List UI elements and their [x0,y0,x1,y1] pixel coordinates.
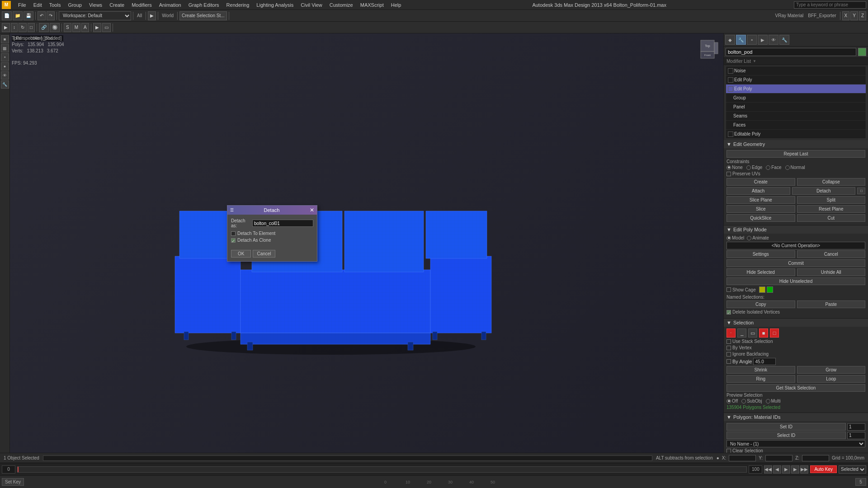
tb-select-tool[interactable]: ▶ [2,23,10,32]
tb-rotate[interactable]: ↻ [19,23,27,32]
tb-new[interactable]: 📄 [2,11,12,20]
border-mode-btn[interactable]: ▭ [748,328,757,338]
use-stack-checkbox[interactable] [726,339,731,344]
delete-isolated-row[interactable]: ✓ Delete Isolated Vertices [726,310,865,314]
play-btn[interactable]: ▶ [782,465,790,474]
rp-utility-icon[interactable]: 🔧 [779,35,789,45]
preview-subobj[interactable]: SubObj [741,399,762,404]
selected-dropdown[interactable]: Selected [839,465,866,474]
lp-utilities[interactable]: 🔧 [1,80,9,89]
search-input[interactable] [794,1,866,9]
selection-title[interactable]: ▼ Selection [724,319,868,327]
material-name-select[interactable]: No Name - (1) [726,440,865,447]
preview-multi-radio[interactable] [766,399,770,404]
tb-create-selection[interactable]: Create Selection St... [179,11,227,20]
eg-repeat-last-btn[interactable]: Repeat Last [726,150,865,158]
prev-frame-btn[interactable]: ◀ [773,465,781,474]
modifier-editpoly-1-eye[interactable] [728,77,733,83]
cage-color-2[interactable] [767,286,773,293]
auto-key-btn[interactable]: Auto Key [810,465,837,473]
tb-z[interactable]: Z [859,11,866,20]
model-radio-btn[interactable] [726,236,731,240]
by-angle-checkbox[interactable] [726,359,731,364]
modifier-editable-poly-eye[interactable] [728,131,733,137]
detach-as-input[interactable] [252,220,313,227]
epm-unhide-btn[interactable]: Unhide All [797,268,866,276]
modifier-noise-eye[interactable] [728,68,733,74]
tb-undo[interactable]: ↶ [38,11,46,20]
detach-to-element-row[interactable]: Detach To Element [231,231,313,236]
tb-scale[interactable]: □ [28,23,35,32]
tb-save[interactable]: 💾 [24,11,33,20]
tb-open[interactable]: 📁 [13,11,23,20]
grow-btn[interactable]: Grow [797,366,866,374]
play-end-btn[interactable]: ▶▶ [800,465,808,474]
modifier-seams[interactable]: Seams [726,112,866,121]
lp-modify[interactable]: ▩ [1,44,9,52]
edit-poly-mode-title[interactable]: ▼ Edit Poly Mode [724,225,868,234]
face-mode-btn[interactable]: ■ [759,328,768,338]
eg-create-btn[interactable]: Create [726,178,795,186]
modifier-editable-poly[interactable]: Editable Poly [726,130,866,139]
menu-views[interactable]: Views [85,1,106,9]
menu-file[interactable]: File [14,1,30,9]
detach-as-clone-checkbox[interactable]: ✓ [231,238,236,243]
by-vertex-row[interactable]: By Vertex [726,345,865,350]
object-name-input[interactable] [726,48,856,56]
constraint-face[interactable]: Face [766,165,781,170]
modifier-panel[interactable]: Panel [726,103,866,112]
detach-as-clone-row[interactable]: ✓ Detach As Clone [231,238,313,243]
constraint-none-radio[interactable] [726,165,731,170]
menu-rendering[interactable]: Rendering [223,1,253,9]
rp-hierarchy-icon[interactable]: ⚬ [747,35,757,45]
viewport[interactable]: [ Perspective ] [Shaded] Total bolton_po… [10,33,723,488]
constraint-normal-radio[interactable] [785,165,790,170]
material-ids-title[interactable]: ▼ Polygon: Material IDs [724,413,868,421]
eg-detach-btn[interactable]: Detach [792,187,856,195]
rp-motion-icon[interactable]: ▶ [758,35,768,45]
edit-geometry-title[interactable]: ▼ Edit Geometry [724,140,868,148]
play-prev-btn[interactable]: ◀◀ [764,465,772,474]
modifier-editpoly-1[interactable]: Edit Poly [726,75,866,84]
modifier-faces[interactable]: Faces [726,121,866,130]
loop-btn[interactable]: Loop [797,375,866,383]
epm-hide-unselected-btn[interactable]: Hide Unselected [726,277,865,285]
edge-mode-btn[interactable]: ⎯ [737,328,746,338]
menu-lighting[interactable]: Lighting Analysis [253,1,297,9]
eg-detach-settings[interactable]: □ [857,188,865,194]
menu-maxscript[interactable]: MAXScript [357,1,387,9]
modifier-editpoly-2[interactable]: Edit Poly [726,84,866,94]
dialog-close-btn[interactable]: ✕ [310,207,314,213]
named-sel-paste-btn[interactable]: Paste [797,300,866,308]
lp-motion[interactable]: ● [1,62,9,70]
show-cage-row[interactable]: Show Cage [726,286,865,293]
eg-attach-btn[interactable]: Attach [726,187,790,195]
eg-quickslice-btn[interactable]: QuickSlice [726,214,795,222]
rp-create-icon[interactable]: ◆ [725,35,735,45]
x-coord-input[interactable] [729,455,756,461]
select-id-btn[interactable]: Select ID [726,432,846,439]
ignore-backfacing-checkbox[interactable] [726,352,731,357]
named-sel-copy-btn[interactable]: Copy [726,300,795,308]
nav-cube[interactable]: Top Front [696,38,719,61]
eg-slice-plane-btn[interactable]: Slice Plane [726,196,795,204]
menu-tools[interactable]: Tools [46,1,65,9]
model-radio[interactable]: Model [726,235,744,240]
by-vertex-checkbox[interactable] [726,346,731,350]
lp-hierarchy[interactable]: ⚬ [1,53,9,61]
menu-animation[interactable]: Animation [156,1,185,9]
detach-to-element-checkbox[interactable] [231,231,236,236]
lp-display[interactable]: 👁 [1,71,9,80]
menu-customize[interactable]: Customize [326,1,357,9]
menu-graph-editors[interactable]: Graph Editors [185,1,223,9]
preview-multi[interactable]: Multi [766,399,781,404]
select-id-input[interactable] [847,432,865,439]
tb-render[interactable]: ▶ [93,23,101,32]
menu-edit[interactable]: Edit [30,1,46,9]
preserve-uvs-row[interactable]: Preserve UVs [726,171,865,176]
z-coord-input[interactable] [802,455,829,461]
rp-modify-icon[interactable]: 🔧 [736,35,746,45]
ignore-backfacing-row[interactable]: Ignore Backfacing [726,352,865,357]
modifier-noise[interactable]: Noise [726,66,866,75]
tb-link[interactable]: 🔗 [39,23,49,32]
